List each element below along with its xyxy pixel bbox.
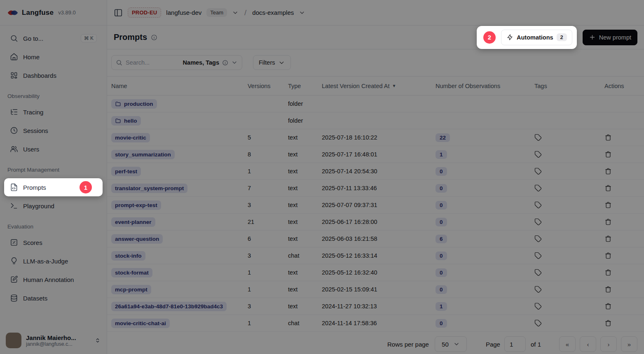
info-icon[interactable]	[151, 34, 157, 41]
table-row[interactable]: 26a61a94-e3ab-48d7-81e0-13b929bad4c3 3 t…	[107, 298, 644, 315]
sidebar-item-prompts[interactable]: Prompts 1	[4, 178, 103, 196]
table-row[interactable]: answer-question 6 text 2025-06-03 16:21:…	[107, 231, 644, 247]
sidebar-item-playground[interactable]: Playground	[7, 198, 100, 213]
trash-icon[interactable]	[604, 252, 612, 259]
next-page-button[interactable]: ›	[600, 336, 617, 352]
tag-icon[interactable]	[534, 252, 542, 259]
new-prompt-label: New prompt	[599, 34, 631, 41]
table-row[interactable]: stock-format 1 text 2025-05-12 16:32:40 …	[107, 264, 644, 281]
sidebar-item-home[interactable]: Home	[7, 49, 100, 64]
sidebar-item-llm-as-a-judge[interactable]: LLM-as-a-Judge	[7, 254, 100, 268]
trash-icon[interactable]	[604, 235, 612, 242]
trash-icon[interactable]	[604, 168, 612, 175]
table-row[interactable]: movie-critic-chat-ai 1 chat 2024-11-14 1…	[107, 315, 644, 332]
table-row[interactable]: prompt-exp-test 3 text 2025-07-07 09:37:…	[107, 197, 644, 214]
sidebar-item-human-annotation[interactable]: Human Annotation	[7, 272, 100, 287]
tag-icon[interactable]	[534, 151, 542, 158]
sidebar-item-dashboards[interactable]: Dashboards	[7, 68, 100, 83]
trash-icon[interactable]	[604, 303, 612, 310]
prompts-icon	[10, 183, 18, 191]
filters-button[interactable]: Filters	[253, 55, 291, 70]
breadcrumb-project[interactable]: docs-examples	[252, 9, 294, 16]
prompt-name-pill[interactable]: hello	[111, 116, 141, 126]
prompt-name-pill[interactable]: production	[111, 99, 157, 109]
table-row[interactable]: translator_system-prompt 7 text 2025-07-…	[107, 180, 644, 197]
rows-per-page-select[interactable]: 50	[435, 336, 467, 352]
breadcrumb-org[interactable]: langfuse-dev	[166, 9, 201, 16]
trash-icon[interactable]	[604, 201, 612, 209]
tag-icon[interactable]	[534, 168, 542, 175]
new-prompt-button[interactable]: New prompt	[583, 30, 637, 45]
column-header-latest-version-created-at[interactable]: Latest Version Created At ▼	[322, 83, 436, 89]
sidebar-item-datasets[interactable]: Datasets	[7, 291, 100, 305]
trash-icon[interactable]	[604, 269, 612, 276]
table-header-row: Name Versions Type Latest Version Create…	[107, 76, 644, 95]
tag-icon[interactable]	[534, 286, 542, 293]
trash-icon[interactable]	[604, 134, 612, 141]
automations-button[interactable]: Automations 2	[501, 30, 572, 45]
search-input[interactable]	[126, 59, 180, 66]
search-box: Names, Tags	[111, 55, 242, 70]
sidebar-item-users[interactable]: Users	[7, 142, 100, 156]
chevron-down-icon[interactable]	[299, 9, 305, 16]
tag-icon[interactable]	[534, 134, 542, 141]
observations-count-pill: 0	[436, 319, 447, 328]
column-header-versions[interactable]: Versions	[248, 83, 288, 89]
type-cell: text	[288, 219, 322, 225]
prompt-name-pill[interactable]: translator_system-prompt	[111, 184, 187, 193]
table-row[interactable]: movie-critic 5 text 2025-07-18 16:10:22 …	[107, 129, 644, 146]
prompt-name-pill[interactable]: prompt-exp-test	[111, 200, 161, 210]
first-page-button[interactable]: «	[559, 336, 576, 352]
trash-icon[interactable]	[604, 286, 612, 293]
user-menu[interactable]: Jannik Maierho... jannik@langfuse.c...	[0, 328, 107, 354]
sidebar-item-sessions[interactable]: Sessions	[7, 123, 100, 138]
search-scope-select[interactable]: Names, Tags	[183, 59, 238, 66]
prompt-name-pill[interactable]: perf-test	[111, 167, 141, 176]
versions-cell: 3	[248, 202, 288, 208]
prompt-name-pill[interactable]: 26a61a94-e3ab-48d7-81e0-13b929bad4c3	[111, 302, 227, 311]
column-header-tags[interactable]: Tags	[534, 83, 601, 89]
column-header-name[interactable]: Name	[107, 83, 248, 89]
page-number-input[interactable]	[504, 336, 526, 352]
trash-icon[interactable]	[604, 184, 612, 192]
dashboards-icon	[10, 71, 18, 79]
table-row[interactable]: story_summarization 8 text 2025-07-17 16…	[107, 146, 644, 163]
sidebar-item-tracing[interactable]: Tracing	[7, 105, 100, 119]
tag-icon[interactable]	[534, 269, 542, 276]
prompt-name-pill[interactable]: movie-critic-chat-ai	[111, 319, 170, 328]
sort-desc-icon: ▼	[392, 84, 396, 88]
table-row[interactable]: stock-info 3 chat 2025-05-12 16:33:14 0	[107, 247, 644, 264]
type-cell: text	[288, 286, 322, 293]
prompt-name-pill[interactable]: mcp-prompt	[111, 285, 151, 294]
tag-icon[interactable]	[534, 201, 542, 209]
trash-icon[interactable]	[604, 151, 612, 158]
trash-icon[interactable]	[604, 319, 612, 327]
sidebar-item-goto[interactable]: Go to... ⌘ K	[7, 31, 100, 46]
table-row[interactable]: perf-test 1 text 2025-07-14 20:54:30 0	[107, 163, 644, 180]
table-row[interactable]: production folder	[107, 95, 644, 112]
prompt-name-pill[interactable]: movie-critic	[111, 133, 150, 142]
sidebar-item-scores[interactable]: Scores	[7, 235, 100, 250]
prompt-name-pill[interactable]: stock-info	[111, 251, 145, 261]
trash-icon[interactable]	[604, 218, 612, 226]
prev-page-button[interactable]: ‹	[580, 336, 596, 352]
sidebar-toggle-button[interactable]	[114, 8, 123, 17]
prompt-name-pill[interactable]: story_summarization	[111, 150, 175, 159]
page-title: Prompts	[114, 33, 147, 42]
tag-icon[interactable]	[534, 319, 542, 327]
column-header-observations[interactable]: Number of Observations	[436, 83, 534, 89]
tag-icon[interactable]	[534, 303, 542, 310]
column-header-type[interactable]: Type	[288, 83, 322, 89]
prompt-name-pill[interactable]: event-planner	[111, 217, 155, 227]
prompt-name-pill[interactable]: stock-format	[111, 268, 152, 277]
table-row[interactable]: hello folder	[107, 112, 644, 129]
table-row[interactable]: mcp-prompt 1 text 2025-02-15 15:09:41 0	[107, 281, 644, 298]
prompt-name-pill[interactable]: answer-question	[111, 234, 163, 244]
table-row[interactable]: event-planner 21 text 2025-06-17 16:28:0…	[107, 214, 644, 231]
tag-icon[interactable]	[534, 218, 542, 226]
chevron-down-icon[interactable]	[232, 9, 239, 16]
environment-badge[interactable]: PROD-EU	[128, 7, 161, 18]
tag-icon[interactable]	[534, 184, 542, 192]
tag-icon[interactable]	[534, 235, 542, 242]
last-page-button[interactable]: »	[621, 336, 637, 352]
